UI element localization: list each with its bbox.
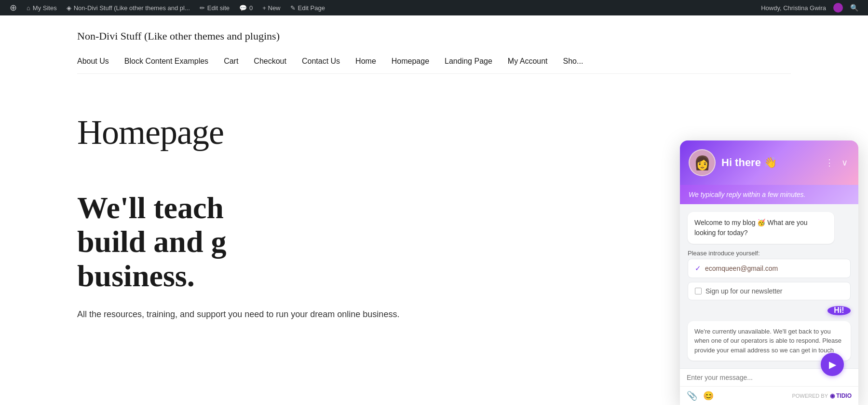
site-nav: About Us Block Content Examples Cart Che… bbox=[77, 57, 791, 74]
wp-logo[interactable]: ⊕ bbox=[5, 0, 22, 15]
chat-email-field[interactable]: ✓ ecomqueen@gmail.com bbox=[688, 259, 851, 278]
chat-subtext-label: We typically reply within a few minutes. bbox=[689, 191, 806, 198]
sites-icon: ⌂ bbox=[27, 4, 30, 12]
chat-email-value: ecomqueen@gmail.com bbox=[705, 265, 778, 272]
nav-homepage[interactable]: Homepage bbox=[392, 57, 429, 73]
chat-header-actions: ⋮ ∨ bbox=[823, 155, 850, 170]
attach-icon[interactable]: 📎 bbox=[687, 391, 697, 401]
nav-cart[interactable]: Cart bbox=[224, 57, 238, 73]
emoji-icon[interactable]: 😊 bbox=[703, 391, 714, 401]
edit-site-icon: ✏ bbox=[200, 4, 205, 12]
pencil-icon: ✎ bbox=[290, 4, 296, 12]
chat-send-button[interactable]: ▶ bbox=[821, 353, 844, 376]
chat-footer-icons: 📎 😊 bbox=[687, 391, 714, 401]
chat-widget: 👩 Hi there 👋 ⋮ ∨ We typically reply with… bbox=[680, 140, 858, 405]
chat-introduce-label: Please introduce yourself: bbox=[688, 250, 851, 257]
hero-line2: build and g bbox=[77, 224, 227, 259]
chat-welcome-text: Welcome to my blog 🥳 What are you lookin… bbox=[694, 219, 808, 237]
chat-more-button[interactable]: ⋮ bbox=[823, 155, 836, 170]
site-name-menu[interactable]: ◈ Non-Divi Stuff (Like other themes and … bbox=[62, 0, 195, 15]
howdy-text: Howdy, Christina Gwira bbox=[756, 4, 831, 12]
nav-my-account[interactable]: My Account bbox=[508, 57, 548, 73]
hi-bubble: Hi! bbox=[827, 306, 851, 315]
chat-newsletter-checkbox[interactable]: Sign up for our newsletter bbox=[688, 282, 851, 300]
site-icon: ◈ bbox=[67, 4, 71, 12]
hero-description: All the resources, training, and support… bbox=[77, 307, 463, 321]
hero-line1: We'll teach bbox=[77, 191, 224, 225]
wp-icon: ⊕ bbox=[10, 2, 17, 13]
check-icon: ✓ bbox=[695, 264, 701, 273]
nav-block-content[interactable]: Block Content Examples bbox=[124, 57, 208, 73]
hero-text: We'll teach build and g business. bbox=[77, 191, 415, 293]
tidio-logo: ◉ TIDIO bbox=[830, 392, 852, 399]
search-icon[interactable]: 🔍 bbox=[845, 4, 863, 12]
chat-welcome-bubble: Welcome to my blog 🥳 What are you lookin… bbox=[688, 212, 834, 244]
chat-unavailable-text: We're currently unavailable. We'll get b… bbox=[694, 328, 841, 354]
edit-page-menu[interactable]: ✎ Edit Page bbox=[285, 0, 330, 15]
nav-checkout[interactable]: Checkout bbox=[254, 57, 286, 73]
nav-landing-page[interactable]: Landing Page bbox=[445, 57, 492, 73]
chat-header: 👩 Hi there 👋 ⋮ ∨ bbox=[680, 140, 858, 185]
powered-by-label: POWERED BY bbox=[792, 393, 828, 399]
chat-avatar: 👩 bbox=[689, 149, 716, 176]
chat-body: Welcome to my blog 🥳 What are you lookin… bbox=[680, 204, 858, 368]
chat-introduce-section: Please introduce yourself: ✓ ecomqueen@g… bbox=[688, 250, 851, 300]
nav-about-us[interactable]: About Us bbox=[77, 57, 109, 73]
chat-footer: 📎 😊 POWERED BY ◉ TIDIO bbox=[680, 386, 858, 405]
nav-contact-us[interactable]: Contact Us bbox=[302, 57, 340, 73]
tidio-icon: ◉ bbox=[830, 392, 835, 399]
admin-bar-right: Howdy, Christina Gwira 🔍 bbox=[756, 3, 863, 13]
my-sites-menu[interactable]: ⌂ My Sites bbox=[22, 0, 62, 15]
chat-newsletter-label: Sign up for our newsletter bbox=[705, 287, 783, 295]
new-label: + New bbox=[262, 4, 280, 12]
hi-text: Hi! bbox=[834, 306, 844, 315]
chat-subtext: We typically reply within a few minutes. bbox=[680, 185, 858, 204]
comments-icon: 💬 bbox=[239, 4, 247, 12]
chat-collapse-button[interactable]: ∨ bbox=[840, 155, 850, 170]
edit-page-label: Edit Page bbox=[298, 4, 325, 12]
hero-line3: business. bbox=[77, 259, 195, 293]
new-menu[interactable]: + New bbox=[258, 0, 285, 15]
admin-bar: ⊕ ⌂ My Sites ◈ Non-Divi Stuff (Like othe… bbox=[0, 0, 868, 15]
send-icon: ▶ bbox=[829, 359, 836, 370]
chat-powered-by: POWERED BY ◉ TIDIO bbox=[792, 392, 852, 399]
site-label: Non-Divi Stuff (Like other themes and pl… bbox=[74, 4, 190, 12]
site-title[interactable]: Non-Divi Stuff (Like other themes and pl… bbox=[77, 30, 791, 42]
site-header: Non-Divi Stuff (Like other themes and pl… bbox=[0, 15, 868, 74]
chat-greeting: Hi there 👋 bbox=[721, 156, 817, 169]
tidio-label: TIDIO bbox=[836, 392, 852, 399]
comments-menu[interactable]: 💬 0 bbox=[234, 0, 258, 15]
edit-site-label: Edit site bbox=[207, 4, 230, 12]
edit-site-menu[interactable]: ✏ Edit site bbox=[195, 0, 234, 15]
nav-home[interactable]: Home bbox=[355, 57, 376, 73]
my-sites-label: My Sites bbox=[33, 4, 57, 12]
comments-count: 0 bbox=[249, 4, 253, 12]
user-avatar bbox=[833, 3, 843, 13]
checkbox-icon bbox=[695, 288, 702, 294]
nav-shop[interactable]: Sho... bbox=[563, 57, 583, 73]
